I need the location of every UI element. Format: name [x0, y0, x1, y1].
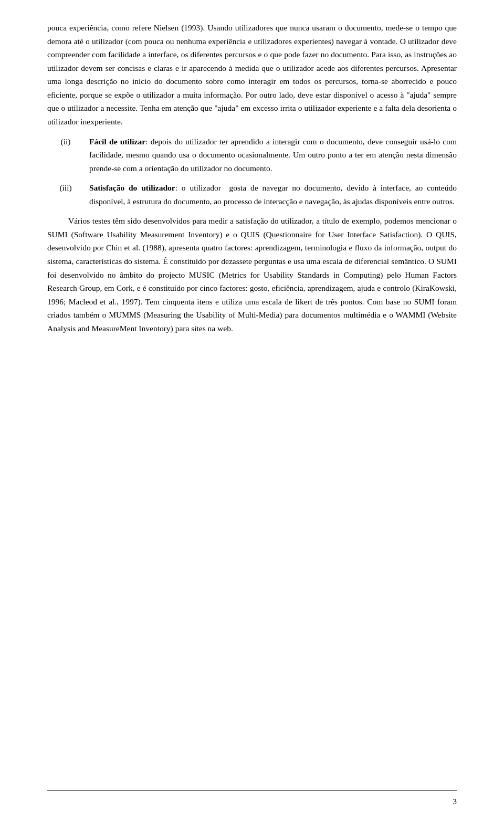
paragraph-sumi: Vários testes têm sido desenvolvidos par… [47, 214, 457, 335]
section-label-iii: (iii) [47, 181, 89, 195]
section-label-ii: (ii) [47, 135, 89, 149]
page: pouca experiência, como refere Nielsen (… [0, 0, 504, 822]
footer-line [47, 790, 457, 791]
paragraph-1: pouca experiência, como refere Nielsen (… [47, 21, 457, 129]
page-number: 3 [453, 797, 457, 806]
section-content-ii: Fácil de utilizar: depois do utilizador … [89, 135, 457, 175]
section-item-iii: (iii) Satisfação do utilizador: o utiliz… [47, 181, 457, 208]
bold-label-iii: Satisfação do utilizador [89, 183, 175, 192]
bold-label-ii: Fácil de utilizar [89, 137, 145, 146]
section-content-iii: Satisfação do utilizador: o utilizador g… [89, 181, 457, 208]
section-item-ii: (ii) Fácil de utilizar: depois do utiliz… [47, 135, 457, 175]
